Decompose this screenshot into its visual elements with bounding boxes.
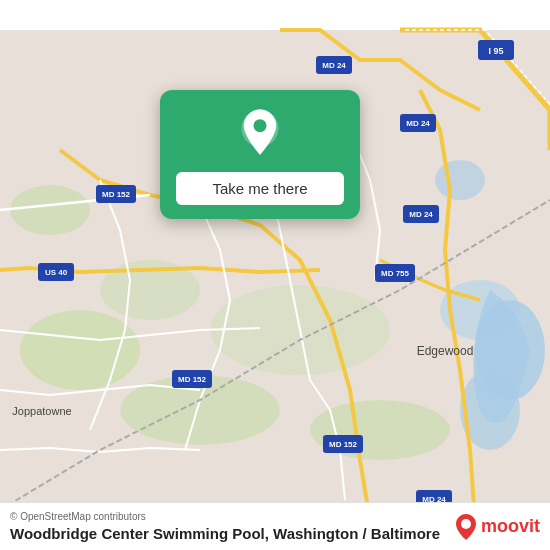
svg-text:MD 755: MD 755 (381, 269, 410, 278)
svg-text:Edgewood: Edgewood (417, 344, 474, 358)
svg-point-35 (254, 119, 267, 132)
svg-text:MD 152: MD 152 (329, 440, 358, 449)
svg-point-36 (461, 519, 471, 529)
svg-point-6 (10, 185, 90, 235)
map-background: I 95 MD 24 MD 24 MD 24 MD 152 MD 152 MD … (0, 0, 550, 550)
svg-text:I 95: I 95 (488, 46, 503, 56)
svg-text:US 40: US 40 (45, 268, 68, 277)
moovit-pin-icon (455, 513, 477, 541)
svg-point-10 (435, 160, 485, 200)
location-title: Woodbridge Center Swimming Pool, Washing… (10, 525, 440, 542)
bottom-bar: © OpenStreetMap contributors Woodbridge … (0, 502, 550, 550)
popup-card: Take me there (160, 90, 360, 219)
map-container: I 95 MD 24 MD 24 MD 24 MD 152 MD 152 MD … (0, 0, 550, 550)
moovit-logo: moovit (455, 513, 540, 541)
svg-text:MD 152: MD 152 (102, 190, 131, 199)
svg-text:MD 24: MD 24 (406, 119, 430, 128)
attribution-text: © OpenStreetMap contributors (10, 511, 440, 522)
location-info: © OpenStreetMap contributors Woodbridge … (10, 511, 440, 542)
svg-text:MD 24: MD 24 (409, 210, 433, 219)
svg-point-1 (20, 310, 140, 390)
svg-text:Joppatowne: Joppatowne (12, 405, 71, 417)
bottom-bar-content: © OpenStreetMap contributors Woodbridge … (10, 511, 540, 542)
svg-text:MD 24: MD 24 (322, 61, 346, 70)
take-me-there-button[interactable]: Take me there (176, 172, 344, 205)
location-pin-icon (234, 108, 286, 160)
moovit-brand-text: moovit (481, 516, 540, 537)
svg-text:MD 152: MD 152 (178, 375, 207, 384)
